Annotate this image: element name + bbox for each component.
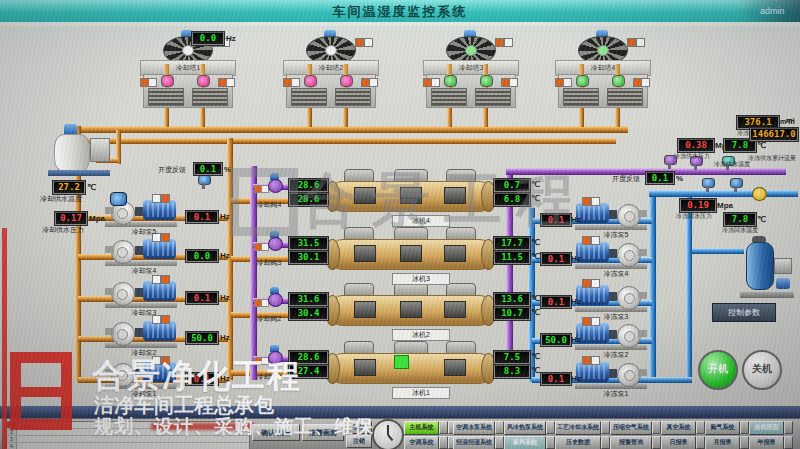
pump-eye (624, 331, 635, 342)
chiller-1[interactable] (330, 348, 490, 388)
nav-daily-report[interactable]: 日报表 (661, 436, 696, 449)
pump-eye (117, 289, 128, 300)
nav-ahu-pump-system[interactable]: 空调水泵系统 (453, 421, 495, 435)
nav-vacuum-system[interactable]: 真空系统 (661, 421, 696, 435)
chilled-pump-3[interactable] (574, 279, 648, 312)
cooling-pump-2[interactable] (104, 315, 178, 348)
cooling-pump-3[interactable] (104, 275, 178, 308)
dosing-tank-unit[interactable] (46, 124, 114, 176)
cooling-pump2-hz-display: 50.0 (186, 332, 218, 344)
cooling-supply-temp-display: 27.2 (53, 181, 85, 194)
pipe-cooling-supply-main (75, 126, 628, 133)
nav-indicator (546, 436, 555, 449)
alarm-view-button[interactable]: 报警画面 (302, 424, 344, 441)
auto-indicator (627, 38, 636, 47)
butterfly-valve-icon (110, 192, 127, 206)
alarm-row: 3 (7, 436, 249, 443)
hz-unit: Hz (220, 293, 230, 302)
chiller2-chw-out-display: 13.6 (494, 293, 530, 306)
nav-indicator (495, 421, 504, 434)
nav-indicator (784, 436, 793, 449)
cooling-tower-4[interactable]: 冷却塔4 (555, 30, 649, 106)
nav-process-cooling-system[interactable]: 工艺冷却水系统 (555, 421, 601, 435)
chilled-pump1-label: 冷冻泵1 (584, 389, 648, 399)
header-divider (0, 22, 800, 26)
nav-indicator (784, 421, 793, 434)
pipe-cooling-return-main (88, 138, 616, 144)
dosing-tank-icon (54, 134, 90, 172)
nav-air-heatpump-system[interactable]: 风冷热泵系统 (504, 421, 546, 435)
condenser-valve-1[interactable] (254, 345, 282, 369)
nav-constant-temp-humidity[interactable]: 恒温恒湿系统 (453, 436, 495, 449)
start-button[interactable]: 开机 (698, 350, 738, 390)
control-params-button[interactable]: 控制参数 (712, 303, 776, 322)
chiller-3[interactable] (330, 234, 490, 274)
pump-coupling (135, 369, 143, 378)
bottom-divider-band (0, 406, 800, 418)
percent-unit: % (676, 174, 683, 183)
alarm-row: 105-30 (7, 422, 249, 429)
chilled-pump-1[interactable] (574, 356, 648, 389)
nav-hvac-system[interactable]: 空调系统 (404, 436, 439, 449)
chiller1-chw-in-display: 8.3 (494, 365, 530, 378)
nav-nitrogen-system[interactable]: 氮气系统 (705, 421, 740, 435)
cooling-tower-3[interactable]: 冷却塔3 (423, 30, 517, 106)
pump-outlet (638, 369, 647, 376)
condenser-valve-2[interactable] (254, 287, 282, 311)
manual-indicator (369, 78, 378, 87)
chiller3-cond-in-display: 31.5 (289, 237, 328, 250)
valve-body-icon (268, 351, 283, 365)
cooling-pump-4[interactable] (104, 233, 178, 266)
celsius-unit: ℃ (531, 294, 540, 303)
tower-grille (192, 88, 228, 106)
condenser-valve-4[interactable] (254, 173, 282, 197)
manual-indicator (148, 78, 157, 87)
expansion-tank-icon (746, 242, 774, 290)
login-button[interactable]: 登录 (346, 421, 372, 434)
pump-coupling (135, 246, 143, 255)
logged-in-user[interactable]: admin (760, 6, 785, 16)
chilled-return-temp-display: 7.8 (724, 213, 756, 226)
hz-unit: Hz (220, 212, 230, 221)
sensor-stem (668, 163, 671, 169)
stop-button[interactable]: 关机 (742, 350, 782, 390)
manual-indicator (509, 78, 518, 87)
tower1-fan-hz-display: 0.0 (192, 32, 224, 45)
cooling-pump-1[interactable] (104, 356, 178, 389)
motor-fins (145, 324, 174, 338)
ack-mute-button[interactable]: 确认/消音 (252, 424, 300, 441)
nav-yearly-report[interactable]: 年报表 (749, 436, 784, 449)
tower-grille (563, 88, 599, 106)
chiller-2[interactable] (330, 290, 490, 330)
motor-fins (578, 206, 607, 220)
temp-transmitter-icon (730, 178, 741, 192)
alarm-table[interactable]: 105-30 2 3 4 (6, 421, 250, 449)
chiller3-cond-out-display: 30.1 (289, 251, 328, 264)
nav-main-system[interactable]: 主机系统 (404, 421, 439, 435)
manual-indicator (591, 279, 600, 288)
cooling-supply-temp-label: 冷却供水温度 (40, 194, 82, 204)
nav-fresh-air-system[interactable]: 新风系统 (504, 436, 546, 449)
condenser-valve-3[interactable] (254, 231, 282, 255)
logout-button[interactable]: 注销 (346, 435, 372, 448)
pump-eye (117, 208, 128, 219)
chiller-panel (400, 245, 422, 262)
chilled-pump-5[interactable] (574, 197, 648, 230)
expansion-tank-unit[interactable] (740, 236, 796, 302)
manual-indicator (364, 38, 373, 47)
chilled-pump-4[interactable] (574, 236, 648, 269)
manual-indicator (226, 78, 235, 87)
cooling-pump2-label: 冷却泵2 (112, 348, 176, 358)
valve-feedback-left-label: 开度反馈 (158, 165, 186, 175)
celsius-unit: ℃ (531, 194, 540, 203)
nav-monthly-report[interactable]: 月报表 (705, 436, 740, 449)
nav-history-data[interactable]: 历史数据 (555, 436, 601, 449)
nav-alarm-query[interactable]: 报警查询 (610, 436, 652, 449)
nav-indicator (601, 436, 610, 449)
nav-indicator (696, 421, 705, 434)
nav-curve-view[interactable]: 曲线画面 (749, 421, 784, 435)
cooling-tower-2[interactable]: 冷却塔2 (283, 30, 377, 106)
pump-coupling (135, 207, 143, 216)
chiller-4[interactable] (330, 176, 490, 216)
nav-compressed-air-system[interactable]: 压缩空气系统 (610, 421, 652, 435)
